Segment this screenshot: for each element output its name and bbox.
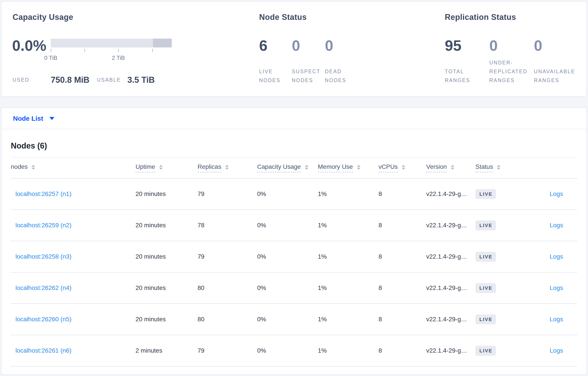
memory-use-cell: 1% [318, 190, 378, 198]
column-header-label: Uptime [136, 163, 155, 172]
column-header-replicas[interactable]: Replicas [198, 163, 257, 172]
capacity-usage-cell: 0% [257, 190, 318, 198]
replicas-cell: 80 [198, 284, 257, 292]
sort-icon[interactable] [159, 165, 163, 170]
replicas-cell: 79 [198, 347, 257, 354]
logs-link[interactable]: Logs [550, 253, 563, 260]
node-link[interactable]: localhost:26257 (n1) [15, 190, 72, 197]
column-header-status[interactable]: Status [475, 163, 530, 172]
suspect-nodes-value: 0 [292, 38, 300, 53]
column-header-label: nodes [11, 163, 28, 172]
uptime-cell: 20 minutes [136, 190, 198, 198]
memory-use-cell: 1% [318, 222, 378, 229]
unavailable-ranges-value: 0 [534, 38, 542, 53]
table-row: localhost:26257 (n1) 20 minutes 79 0% 1%… [11, 178, 577, 210]
usable-value: 3.5 TiB [127, 75, 155, 85]
column-header-label: Status [475, 163, 493, 172]
total-ranges-value: 95 [445, 38, 462, 53]
replicas-cell: 80 [198, 316, 257, 323]
sort-asc-icon [305, 165, 308, 167]
sort-icon[interactable] [225, 165, 229, 170]
column-header-version[interactable]: Version [426, 163, 475, 172]
version-cell: v22.1.4-29-g… [426, 222, 475, 229]
column-header-vcpus[interactable]: vCPUs [378, 163, 426, 172]
replicas-cell: 78 [198, 222, 257, 229]
sort-asc-icon [32, 165, 35, 167]
capacity-usage-cell: 0% [257, 316, 318, 323]
memory-use-cell: 1% [318, 284, 378, 292]
node-cell: localhost:26257 (n1) [11, 190, 136, 198]
column-header-nodes[interactable]: nodes [11, 163, 136, 172]
sort-desc-icon [159, 168, 163, 170]
status-badge: LIVE [475, 220, 496, 230]
sort-icon[interactable] [32, 165, 35, 170]
node-list-bar: Node List [1, 108, 587, 129]
logs-cell: Logs [530, 253, 577, 260]
sort-icon[interactable] [497, 165, 500, 170]
logs-link[interactable]: Logs [550, 316, 563, 323]
uptime-cell: 20 minutes [136, 284, 198, 292]
capacity-usage-bar [51, 39, 172, 47]
logs-link[interactable]: Logs [550, 347, 563, 354]
table-row: localhost:26262 (n4) 20 minutes 80 0% 1%… [11, 272, 577, 304]
uptime-cell: 2 minutes [136, 347, 198, 354]
sort-desc-icon [357, 168, 360, 170]
nodes-heading: Nodes (6) [11, 129, 577, 151]
sort-icon[interactable] [402, 165, 405, 170]
vcpus-cell: 8 [378, 253, 426, 260]
sort-asc-icon [159, 165, 163, 167]
table-row: localhost:26259 (n2) 20 minutes 78 0% 1%… [11, 210, 577, 241]
axis-tick [118, 49, 119, 52]
under-replicated-ranges-value: 0 [489, 38, 498, 53]
status-badge: LIVE [475, 283, 496, 293]
column-header-logs[interactable] [530, 167, 577, 169]
node-link[interactable]: localhost:26261 (n6) [15, 347, 72, 354]
column-header-capacity-usage[interactable]: Capacity Usage [257, 163, 318, 172]
status-badge: LIVE [475, 189, 496, 199]
node-cell: localhost:26259 (n2) [11, 222, 136, 229]
uptime-cell: 20 minutes [136, 316, 198, 323]
capacity-usage-title: Capacity Usage [13, 13, 73, 22]
uptime-cell: 20 minutes [136, 253, 198, 260]
sort-asc-icon [497, 165, 500, 167]
node-link[interactable]: localhost:26259 (n2) [15, 222, 72, 229]
logs-link[interactable]: Logs [550, 190, 563, 197]
table-row: localhost:26258 (n3) 20 minutes 79 0% 1%… [11, 241, 577, 272]
status-cell: LIVE [475, 314, 530, 324]
node-cell: localhost:26261 (n6) [11, 347, 136, 354]
node-list-dropdown[interactable]: Node List [13, 115, 54, 122]
total-ranges-label: TOTAL RANGES [445, 67, 470, 85]
sort-desc-icon [305, 168, 308, 170]
node-cell: localhost:26258 (n3) [11, 253, 136, 260]
capacity-usage-cell: 0% [257, 253, 318, 260]
column-header-label: Replicas [198, 163, 221, 172]
usable-label: USABLE [97, 77, 121, 83]
axis-tick [152, 49, 153, 52]
node-link[interactable]: localhost:26262 (n4) [15, 284, 72, 291]
sort-asc-icon [451, 165, 454, 167]
capacity-percent-value: 0.0% [12, 38, 46, 53]
status-badge: LIVE [475, 252, 496, 262]
live-nodes-value: 6 [259, 38, 268, 53]
logs-link[interactable]: Logs [550, 284, 563, 291]
version-cell: v22.1.4-29-g… [426, 316, 475, 323]
node-link[interactable]: localhost:26258 (n3) [15, 253, 72, 260]
column-header-uptime[interactable]: Uptime [136, 163, 198, 172]
logs-link[interactable]: Logs [550, 222, 563, 229]
sort-icon[interactable] [305, 165, 308, 170]
version-cell: v22.1.4-29-g… [426, 347, 475, 354]
vcpus-cell: 8 [378, 222, 426, 229]
axis-tick [84, 49, 85, 52]
status-cell: LIVE [475, 283, 530, 293]
status-badge: LIVE [475, 314, 496, 324]
logs-cell: Logs [530, 284, 577, 292]
column-header-memory-use[interactable]: Memory Use [318, 163, 378, 172]
logs-cell: Logs [530, 347, 577, 354]
axis-tick-label: 2 TiB [105, 54, 132, 61]
sort-icon[interactable] [451, 165, 454, 170]
sort-icon[interactable] [357, 165, 360, 170]
node-link[interactable]: localhost:26260 (n5) [15, 316, 72, 323]
node-cell: localhost:26262 (n4) [11, 284, 136, 292]
used-value: 750.8 MiB [51, 75, 89, 85]
status-badge: LIVE [475, 346, 496, 356]
